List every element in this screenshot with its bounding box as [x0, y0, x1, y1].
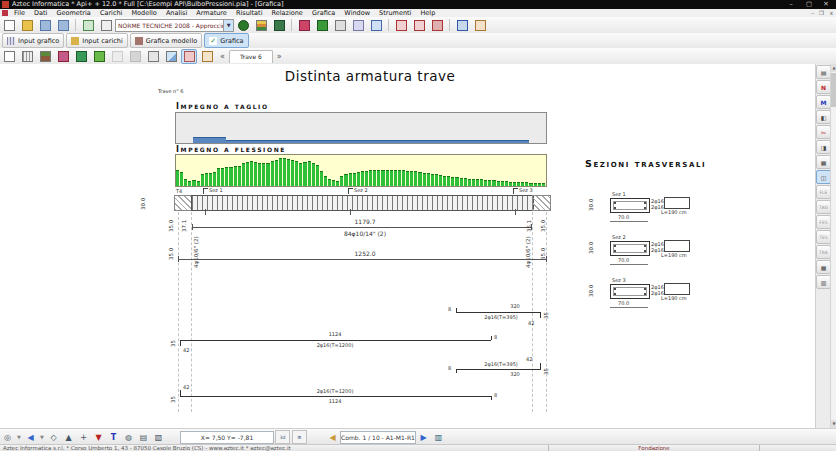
module-chip-icon[interactable]	[314, 18, 330, 33]
rebar-tool-icon[interactable]	[199, 49, 215, 64]
previous-view-icon[interactable]: ◀	[24, 431, 37, 443]
refresh-icon[interactable]	[368, 18, 384, 33]
minimize-button[interactable]: –	[784, 0, 798, 9]
grid-edit-icon[interactable]	[350, 18, 366, 33]
next-comb-arrow-icon[interactable]: ▶	[417, 431, 430, 443]
tab-input-carichi[interactable]: Input carichi	[66, 33, 127, 48]
prev-trave-button[interactable]: «	[220, 52, 225, 61]
rebar-comb-icon[interactable]: ▼	[92, 431, 105, 443]
scissors-icon[interactable]: ✂	[816, 125, 831, 139]
new-file-icon[interactable]	[1, 18, 17, 33]
save-all-icon[interactable]	[55, 18, 71, 33]
selection-rect-icon[interactable]	[1, 49, 17, 64]
fle-button[interactable]: FLE	[816, 185, 831, 199]
menu-armature[interactable]: Armature	[196, 9, 227, 17]
grid-toggle-icon[interactable]	[19, 49, 35, 64]
mode-toolbar: Input grafico Input carichi Grafica mode…	[0, 33, 836, 49]
tes-button[interactable]: TES	[816, 230, 831, 244]
view-dropdown-icon[interactable]: ▼	[39, 431, 45, 443]
rebar-dot	[644, 207, 646, 209]
save-icon[interactable]	[37, 18, 53, 33]
palette-icon[interactable]	[91, 49, 107, 64]
units-icon[interactable]	[80, 18, 96, 33]
text-tool-icon[interactable]: T	[107, 431, 120, 443]
dimensions-icon[interactable]	[181, 49, 197, 64]
next-trave-button[interactable]: »	[277, 52, 282, 61]
page-setup-icon[interactable]: ▧	[152, 431, 165, 443]
menu-file[interactable]: File	[14, 9, 25, 17]
curve-icon[interactable]	[163, 49, 179, 64]
fes-button[interactable]: FES	[816, 215, 831, 229]
soil-layers-icon[interactable]	[253, 18, 269, 33]
diagram-N-button[interactable]: N	[816, 80, 831, 94]
prev-comb-arrow-icon[interactable]: ◀	[326, 431, 339, 443]
panels-view-button[interactable]: ◫	[816, 170, 831, 184]
page-edit-icon[interactable]	[472, 18, 488, 33]
select-tool-icon[interactable]: ▲	[62, 431, 75, 443]
chevron-down-icon[interactable]: ▼	[223, 20, 233, 31]
diagram-V-button[interactable]: ◧	[816, 110, 831, 124]
fill-style-icon[interactable]	[55, 49, 71, 64]
mesh-icon[interactable]: ▦	[816, 155, 831, 169]
tab-input-grafico[interactable]: Input grafico	[2, 33, 64, 48]
fit-window-icon[interactable]: ▤	[816, 65, 831, 79]
side-bars-right: 4φ10/6" (2)	[525, 232, 531, 268]
tag-button[interactable]: TAG	[816, 200, 831, 214]
snap-toggle-button[interactable]: 3d	[275, 430, 290, 444]
menu-risultati[interactable]: Risultati	[236, 9, 263, 17]
menu-grafica[interactable]: Grafica	[312, 9, 335, 17]
notify-icon[interactable]	[332, 18, 348, 33]
menu-modello[interactable]: Modello	[131, 9, 156, 17]
menu-dati[interactable]: Dati	[34, 9, 47, 17]
diagram-M-button[interactable]: M	[816, 95, 831, 109]
code-table-icon[interactable]	[98, 18, 114, 33]
mdi-restore-button[interactable]: ❐	[819, 9, 824, 17]
menu-strumenti[interactable]: Strumenti	[379, 9, 411, 17]
menu-carichi[interactable]: Carichi	[100, 9, 123, 17]
tra-button[interactable]: TRA	[816, 245, 831, 259]
page-icon[interactable]: ▤	[137, 431, 150, 443]
scroll-down-arrow[interactable]: ▼	[831, 420, 836, 428]
analysis-gears-icon[interactable]	[296, 18, 312, 33]
layers-icon[interactable]	[37, 49, 53, 64]
materials-icon[interactable]	[235, 18, 251, 33]
close-button[interactable]: ✕	[819, 0, 833, 9]
sheet-view-button[interactable]: ▥	[816, 275, 831, 289]
drawing-canvas[interactable]: Distinta armatura trave Trave n° 6 Impeg…	[0, 64, 815, 428]
axes-icon[interactable]	[145, 49, 161, 64]
vertical-scrollbar[interactable]: ▲ ▼	[830, 64, 836, 428]
print-icon[interactable]	[454, 18, 470, 33]
chart-report-2-icon[interactable]	[411, 18, 427, 33]
menu-help[interactable]: Help	[420, 9, 435, 17]
mdi-close-button[interactable]: x	[830, 9, 833, 17]
tab-grafica-modello[interactable]: Grafica modello	[130, 33, 202, 48]
model-options-icon[interactable]	[271, 18, 287, 33]
menu-relazione[interactable]: Relazione	[272, 9, 303, 17]
zoom-dropdown-icon[interactable]: ▼	[16, 431, 22, 443]
scroll-up-arrow[interactable]: ▲	[831, 64, 836, 72]
rebar-dot	[644, 202, 646, 204]
trave-tab[interactable]: Trave 6	[229, 50, 273, 63]
chart-report-3-icon[interactable]	[429, 18, 445, 33]
world-icon[interactable]: ◍	[122, 431, 135, 443]
table-view-button[interactable]: ▦	[816, 260, 831, 274]
export-dxf-icon[interactable]: ▥	[432, 431, 445, 443]
menu-window[interactable]: Window	[344, 9, 370, 17]
render-icon[interactable]	[73, 49, 89, 64]
scrollbar-thumb[interactable]	[831, 73, 836, 107]
maximize-button[interactable]: ▢	[802, 0, 816, 9]
menu-geometria[interactable]: Geometria	[56, 9, 90, 17]
drawing-subtitle: Trave n° 6	[158, 88, 184, 94]
zoom-tool-icon[interactable]: ◎	[1, 431, 14, 443]
norme-combobox[interactable]: NORME TECNICHE 2008 - Approccio 1 ▼	[115, 19, 234, 32]
ortho-toggle-button[interactable]: ⊞	[292, 430, 307, 444]
grid-icon	[7, 37, 15, 45]
tools-icon[interactable]: ◨	[816, 140, 831, 154]
open-file-icon[interactable]	[19, 18, 35, 33]
chart-report-1-icon[interactable]	[393, 18, 409, 33]
pan-tool-icon[interactable]: ◇	[47, 431, 60, 443]
menu-analisi[interactable]: Analisi	[166, 9, 187, 17]
tab-grafica[interactable]: ✓ Grafica	[204, 33, 248, 48]
mdi-minimize-button[interactable]: –	[811, 9, 814, 17]
move-tool-icon[interactable]: +	[77, 431, 90, 443]
